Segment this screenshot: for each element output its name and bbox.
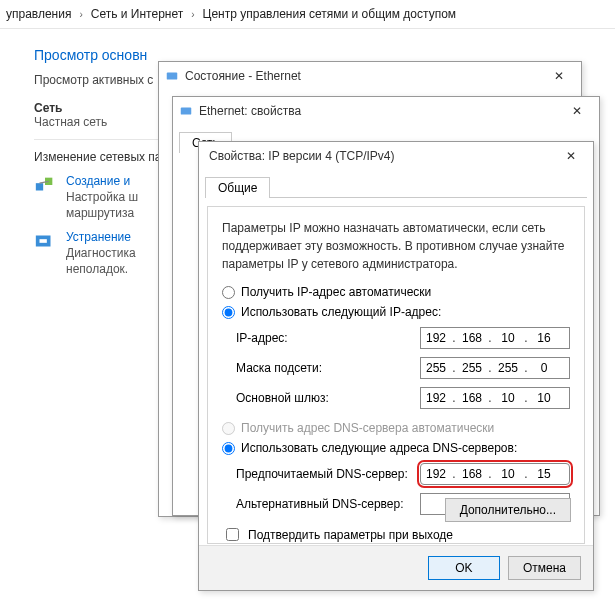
link-description: маршрутиза <box>66 206 138 220</box>
svg-rect-0 <box>36 183 43 190</box>
radio-label: Использовать следующий IP-адрес: <box>241 305 441 319</box>
breadcrumb-item[interactable]: Сеть и Интернет <box>91 7 183 21</box>
input-preferred-dns[interactable]: 192. 168. 10. 15 <box>420 463 570 485</box>
label-subnet-mask: Маска подсети: <box>236 361 420 375</box>
radio-input <box>222 422 235 435</box>
checkbox-input[interactable] <box>226 528 239 541</box>
radio-input[interactable] <box>222 286 235 299</box>
breadcrumb-item[interactable]: управления <box>6 7 71 21</box>
checkbox-label: Подтвердить параметры при выходе <box>248 528 453 542</box>
ok-button[interactable]: OK <box>428 556 500 580</box>
dialog-title: Состояние - Ethernet <box>185 69 537 83</box>
label-alternate-dns: Альтернативный DNS-сервер: <box>236 497 420 511</box>
close-icon[interactable]: ✕ <box>543 69 575 83</box>
titlebar[interactable]: Свойства: IP версии 4 (TCP/IPv4) ✕ <box>199 142 593 170</box>
radio-use-ip[interactable]: Использовать следующий IP-адрес: <box>222 305 570 319</box>
radio-label: Использовать следующие адреса DNS-сервер… <box>241 441 517 455</box>
link-description: неполадок. <box>66 262 136 276</box>
network-setup-icon <box>34 174 56 196</box>
titlebar[interactable]: Состояние - Ethernet ✕ <box>159 62 581 90</box>
close-icon[interactable]: ✕ <box>561 104 593 118</box>
radio-label: Получить адрес DNS-сервера автоматически <box>241 421 494 435</box>
titlebar[interactable]: Ethernet: свойства ✕ <box>173 97 599 125</box>
link-description: Настройка ш <box>66 190 138 204</box>
label-gateway: Основной шлюз: <box>236 391 420 405</box>
breadcrumb-item[interactable]: Центр управления сетями и общим доступом <box>203 7 457 21</box>
ipv4-note: Параметры IP можно назначать автоматичес… <box>222 219 570 273</box>
input-ip-address[interactable]: 192. 168. 10. 16 <box>420 327 570 349</box>
troubleshoot-icon <box>34 230 56 252</box>
radio-input[interactable] <box>222 306 235 319</box>
advanced-button[interactable]: Дополнительно... <box>445 498 571 522</box>
svg-rect-3 <box>40 239 47 243</box>
input-subnet-mask[interactable]: 255. 255. 255. 0 <box>420 357 570 379</box>
input-gateway[interactable]: 192. 168. 10. 10 <box>420 387 570 409</box>
radio-obtain-dns-auto: Получить адрес DNS-сервера автоматически <box>222 421 570 435</box>
link-description: Диагностика <box>66 246 136 260</box>
link-label[interactable]: Создание и <box>66 174 130 188</box>
link-label[interactable]: Устранение <box>66 230 131 244</box>
cancel-button[interactable]: Отмена <box>508 556 581 580</box>
dialog-title: Ethernet: свойства <box>199 104 555 118</box>
dialog-button-row: OK Отмена <box>199 545 593 590</box>
svg-rect-4 <box>167 73 178 80</box>
dialog-ipv4-properties: Свойства: IP версии 4 (TCP/IPv4) ✕ Общие… <box>198 141 594 591</box>
svg-rect-5 <box>181 108 192 115</box>
radio-use-dns[interactable]: Использовать следующие адреса DNS-сервер… <box>222 441 570 455</box>
ethernet-icon <box>179 104 193 118</box>
close-icon[interactable]: ✕ <box>555 149 587 163</box>
checkbox-validate-on-exit[interactable]: Подтвердить параметры при выходе <box>222 525 570 544</box>
dialog-title: Свойства: IP версии 4 (TCP/IPv4) <box>205 149 549 163</box>
radio-label: Получить IP-адрес автоматически <box>241 285 431 299</box>
ethernet-icon <box>165 69 179 83</box>
ipv4-fieldset: Параметры IP можно назначать автоматичес… <box>207 206 585 544</box>
breadcrumb: управления › Сеть и Интернет › Центр упр… <box>0 0 615 28</box>
chevron-right-icon: › <box>191 9 194 20</box>
label-preferred-dns: Предпочитаемый DNS-сервер: <box>236 467 420 481</box>
label-ip-address: IP-адрес: <box>236 331 420 345</box>
chevron-right-icon: › <box>79 9 82 20</box>
tab-general[interactable]: Общие <box>205 177 270 198</box>
radio-input[interactable] <box>222 442 235 455</box>
radio-obtain-ip-auto[interactable]: Получить IP-адрес автоматически <box>222 285 570 299</box>
